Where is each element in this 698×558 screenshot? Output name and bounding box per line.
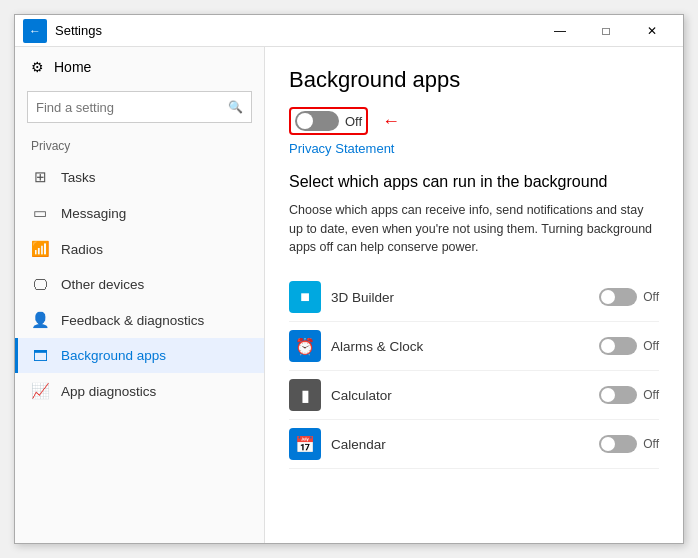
mini-toggle-calendar[interactable] (599, 435, 637, 453)
search-icon: 🔍 (228, 100, 243, 114)
privacy-statement-link[interactable]: Privacy Statement (289, 141, 659, 156)
title-bar: ← Settings — □ ✕ (15, 15, 683, 47)
radios-icon: 📶 (31, 240, 49, 258)
app-toggle-3d-builder: Off (599, 288, 659, 306)
toggle-knob (297, 113, 313, 129)
home-icon: ⚙ (31, 59, 44, 75)
mini-toggle-knob-3d-builder (601, 290, 615, 304)
background-apps-icon: 🗖 (31, 347, 49, 364)
app-state-calculator: Off (643, 388, 659, 402)
back-button[interactable]: ← (23, 19, 47, 43)
app-diagnostics-label: App diagnostics (61, 384, 156, 399)
mini-toggle-calculator[interactable] (599, 386, 637, 404)
sidebar-item-messaging[interactable]: ▭ Messaging (15, 195, 264, 231)
app-toggle-calculator: Off (599, 386, 659, 404)
sidebar-item-home[interactable]: ⚙ Home (15, 47, 264, 87)
search-box[interactable]: 🔍 (27, 91, 252, 123)
app-state-alarms-clock: Off (643, 339, 659, 353)
sidebar-item-radios[interactable]: 📶 Radios (15, 231, 264, 267)
content-area: ⚙ Home 🔍 Privacy ⊞ Tasks ▭ Messaging 📶 R… (15, 47, 683, 543)
radios-label: Radios (61, 242, 103, 257)
tasks-label: Tasks (61, 170, 96, 185)
sidebar-section-label: Privacy (15, 135, 264, 159)
sidebar: ⚙ Home 🔍 Privacy ⊞ Tasks ▭ Messaging 📶 R… (15, 47, 265, 543)
sidebar-item-app-diagnostics[interactable]: 📈 App diagnostics (15, 373, 264, 409)
sidebar-item-tasks[interactable]: ⊞ Tasks (15, 159, 264, 195)
main-content: Background apps Off ← Privacy Statement … (265, 47, 683, 543)
mini-toggle-knob-calculator (601, 388, 615, 402)
messaging-label: Messaging (61, 206, 126, 221)
app-name-calculator: Calculator (331, 388, 589, 403)
search-input[interactable] (36, 100, 228, 115)
feedback-label: Feedback & diagnostics (61, 313, 204, 328)
app-name-3d-builder: 3D Builder (331, 290, 589, 305)
other-devices-label: Other devices (61, 277, 144, 292)
window-title: Settings (55, 23, 537, 38)
app-name-alarms-clock: Alarms & Clock (331, 339, 589, 354)
toggle-state-label: Off (345, 114, 362, 129)
app-item-3d-builder: ■ 3D Builder Off (289, 273, 659, 322)
home-label: Home (54, 59, 91, 75)
settings-window: ← Settings — □ ✕ ⚙ Home 🔍 Privacy ⊞ Task… (14, 14, 684, 544)
maximize-button[interactable]: □ (583, 15, 629, 47)
background-apps-label: Background apps (61, 348, 166, 363)
close-button[interactable]: ✕ (629, 15, 675, 47)
app-icon-calendar: 📅 (289, 428, 321, 460)
tasks-icon: ⊞ (31, 168, 49, 186)
sidebar-item-feedback-diagnostics[interactable]: 👤 Feedback & diagnostics (15, 302, 264, 338)
mini-toggle-alarms-clock[interactable] (599, 337, 637, 355)
sidebar-item-other-devices[interactable]: 🖵 Other devices (15, 267, 264, 302)
messaging-icon: ▭ (31, 204, 49, 222)
app-item-calendar: 📅 Calendar Off (289, 420, 659, 469)
app-item-calculator: ▮ Calculator Off (289, 371, 659, 420)
app-state-3d-builder: Off (643, 290, 659, 304)
app-list: ■ 3D Builder Off ⏰ Alarms & Clock (289, 273, 659, 469)
sidebar-item-background-apps[interactable]: 🗖 Background apps (15, 338, 264, 373)
window-controls: — □ ✕ (537, 15, 675, 47)
page-title: Background apps (289, 67, 659, 93)
section-description: Choose which apps can receive info, send… (289, 201, 659, 257)
app-diagnostics-icon: 📈 (31, 382, 49, 400)
mini-toggle-3d-builder[interactable] (599, 288, 637, 306)
app-icon-calculator: ▮ (289, 379, 321, 411)
feedback-icon: 👤 (31, 311, 49, 329)
mini-toggle-knob-calendar (601, 437, 615, 451)
main-toggle-row: Off ← (289, 107, 659, 135)
mini-toggle-knob-alarms-clock (601, 339, 615, 353)
background-apps-toggle[interactable] (295, 111, 339, 131)
arrow-indicator: ← (382, 111, 400, 132)
app-toggle-calendar: Off (599, 435, 659, 453)
app-icon-alarms-clock: ⏰ (289, 330, 321, 362)
app-toggle-alarms-clock: Off (599, 337, 659, 355)
section-heading: Select which apps can run in the backgro… (289, 172, 659, 193)
app-state-calendar: Off (643, 437, 659, 451)
app-icon-3d-builder: ■ (289, 281, 321, 313)
toggle-highlight-box: Off (289, 107, 368, 135)
app-name-calendar: Calendar (331, 437, 589, 452)
minimize-button[interactable]: — (537, 15, 583, 47)
other-devices-icon: 🖵 (31, 276, 49, 293)
app-item-alarms-clock: ⏰ Alarms & Clock Off (289, 322, 659, 371)
